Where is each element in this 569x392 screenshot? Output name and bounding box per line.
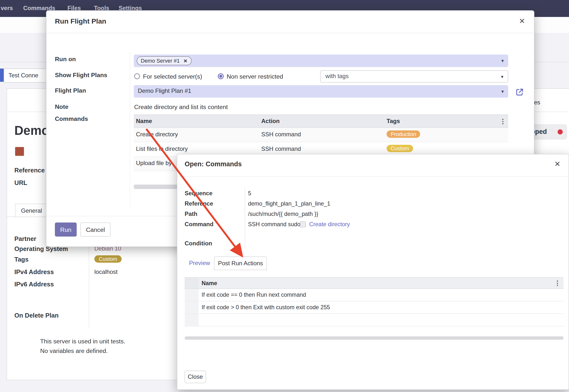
kebab-menu-icon[interactable]: ⋮ [554,279,561,287]
page-title: Demo [14,124,49,138]
col-header-action[interactable]: Action [261,118,280,125]
value-sequence: 5 [248,190,251,197]
status-dot-icon [558,129,563,135]
with-tags-value: with tags [326,73,349,80]
label-command: Command [185,221,213,228]
color-swatch[interactable] [15,147,24,156]
tab-preview[interactable]: Preview [189,260,210,266]
tag-badge-custom: Custom [387,145,413,152]
close-button[interactable]: Close [185,371,206,383]
run-button-label: Run [60,226,71,233]
flight-plan-value: Demo Flight Plan #1 [138,88,191,94]
label-commands: Commands [55,115,88,123]
tab-post-run-actions-label: Post Run Actions [218,260,263,266]
field-label-tags: Tags [14,256,29,264]
label-flight-plan: Flight Plan [55,87,86,94]
note-description: Create directory and list its content [134,104,228,111]
create-directory-link[interactable]: Create directory [309,221,350,228]
clipped-primary-button[interactable] [0,69,4,82]
radio-label-selected-servers[interactable]: For selected server(s) [143,73,202,80]
label-divider [130,52,130,208]
post-run-actions-table: Name ⋮ If exit code == 0 then Run next c… [185,278,564,327]
cell-name: If exit code == 0 then Run next command [202,292,306,298]
with-tags-select[interactable]: with tags ▾ [320,70,508,83]
tag-badge-production: Production [387,130,420,138]
server-tag-label: Demo Server #1 [141,58,180,64]
dialog-header-border [46,33,534,33]
table-header-row: Name Action Tags ⋮ [134,115,508,128]
dialog-header-border [177,177,569,177]
test-connection-label: Test Conne [9,72,38,79]
table-header-row: Name ⋮ [185,278,564,289]
table-row[interactable]: Create directory SSH command Production [134,128,508,142]
field-label-partner: Partner [14,236,36,243]
label-sequence: Sequence [185,190,213,197]
command-checkbox[interactable] [300,222,306,227]
close-button-label: Close [188,374,203,380]
cell-name: Upload file by [136,160,172,167]
col-header-name[interactable]: Name [136,118,152,125]
tag-badge-custom: Custom [94,255,122,263]
nav-item-servers[interactable]: vers [1,5,13,12]
chevron-down-icon[interactable]: ▾ [501,74,503,79]
label-path: Path [185,211,198,217]
col-header-name[interactable]: Name [202,280,217,287]
dialog-title: Open: Commands [185,160,242,168]
label-divider [245,188,245,249]
label-reference: Reference [185,200,213,207]
unit-test-note-line2: No variables are defined. [40,348,108,355]
server-tag: Demo Server #1 ✕ [137,56,192,65]
field-label-ipv6: IPv6 Address [14,281,54,288]
handle-cell[interactable] [185,314,199,326]
run-button[interactable]: Run [55,223,77,237]
dialog-title: Run Flight Plan [55,17,106,26]
cancel-button-label: Cancel [86,226,105,233]
tag-remove-icon[interactable]: ✕ [183,58,187,64]
run-on-select[interactable]: Demo Server #1 ✕ ▾ [134,55,508,67]
cancel-button[interactable]: Cancel [80,223,111,237]
radio-for-selected-servers[interactable] [134,73,140,79]
value-command: SSH command sudo [248,221,300,228]
handle-column [185,278,199,289]
close-icon[interactable]: ✕ [554,160,560,168]
field-value-ipv4: localhost [94,269,118,275]
tab-post-run-actions[interactable]: Post Run Actions [214,256,267,270]
cell-action: SSH command [261,146,301,152]
tab-general-label: General [21,207,42,214]
table-row[interactable]: If exit code > 0 then Exit with custom e… [185,301,564,314]
field-label-reference: Reference [14,167,45,174]
radio-label-non-server[interactable]: Non server restricted [227,73,283,80]
label-note: Note [55,103,69,110]
unit-test-note-line1: This server is used in unit tests. [40,338,126,345]
handle-cell[interactable] [185,289,199,301]
col-header-tags[interactable]: Tags [387,118,400,125]
field-label-on-delete-plan: On Delete Plan [14,312,59,320]
flight-plan-select[interactable]: Demo Flight Plan #1 ▾ [134,85,508,98]
label-show-flight-plans: Show Flight Plans [55,71,107,79]
value-reference: demo_flight_plan_1_plan_line_1 [248,200,330,207]
table-row[interactable] [185,314,564,326]
table-row[interactable]: If exit code == 0 then Run next command [185,289,564,301]
horizontal-scrollbar[interactable] [185,336,564,340]
label-condition: Condition [185,240,212,247]
chevron-down-icon[interactable]: ▾ [501,58,504,64]
open-commands-dialog: Open: Commands ✕ Sequence Reference Path… [177,154,569,390]
screen: vers Commands Files Tools Settings Test … [0,0,569,392]
stat-button-fragment[interactable]: es [534,99,540,106]
radio-non-server-restricted[interactable] [218,73,224,79]
field-divider [89,234,89,328]
field-label-url: URL [14,180,27,187]
cell-name: If exit code > 0 then Exit with custom e… [202,304,330,311]
label-run-on: Run on [55,56,76,63]
kebab-menu-icon[interactable]: ⋮ [500,118,506,126]
external-link-icon[interactable] [515,88,524,98]
value-path: /such/much/{{ demo_path }} [248,211,318,217]
cell-action: SSH command [261,131,301,138]
cell-name: List files in directory [136,146,188,152]
chevron-down-icon[interactable]: ▾ [501,89,504,94]
close-icon[interactable]: ✕ [519,17,525,25]
cell-name: Create directory [136,131,178,138]
handle-cell[interactable] [185,301,199,314]
field-label-ipv4: IPv4 Address [14,269,54,276]
